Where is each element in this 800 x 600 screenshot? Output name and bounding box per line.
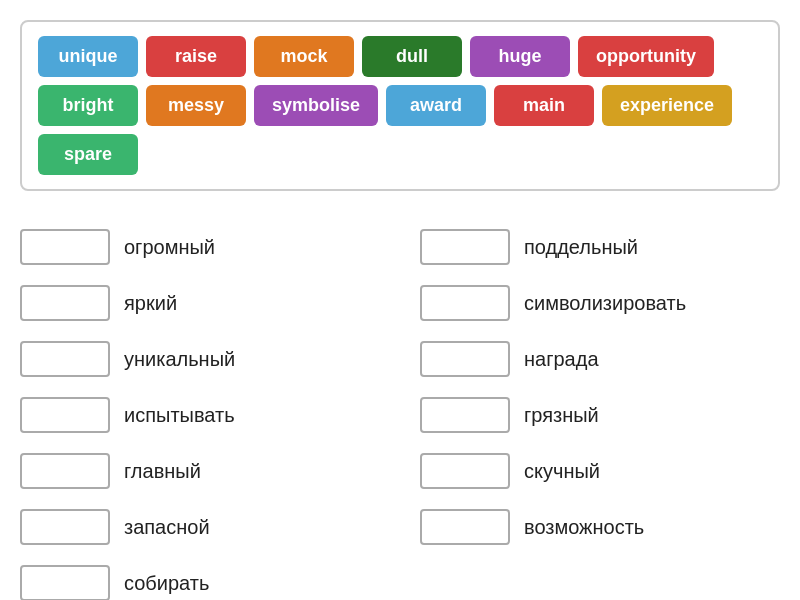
word-tile[interactable]: messy <box>146 85 246 126</box>
answer-box[interactable] <box>20 229 110 265</box>
match-item-left: испытывать <box>20 387 380 443</box>
answer-box[interactable] <box>20 397 110 433</box>
match-item-right: символизировать <box>420 275 780 331</box>
word-bank: uniqueraisemockdullhugeopportunitybright… <box>20 20 780 191</box>
word-tile[interactable]: bright <box>38 85 138 126</box>
word-tile[interactable]: raise <box>146 36 246 77</box>
answer-box[interactable] <box>20 509 110 545</box>
match-label: главный <box>124 460 201 483</box>
answer-box[interactable] <box>420 229 510 265</box>
word-tile[interactable]: dull <box>362 36 462 77</box>
match-label: собирать <box>124 572 209 595</box>
word-tile[interactable]: spare <box>38 134 138 175</box>
match-label: грязный <box>524 404 599 427</box>
answer-box[interactable] <box>420 285 510 321</box>
match-item-right: грязный <box>420 387 780 443</box>
match-item-right: скучный <box>420 443 780 499</box>
answer-box[interactable] <box>420 453 510 489</box>
match-label: испытывать <box>124 404 235 427</box>
match-label: символизировать <box>524 292 686 315</box>
match-item-left: уникальный <box>20 331 380 387</box>
answer-box[interactable] <box>20 565 110 600</box>
match-label: скучный <box>524 460 600 483</box>
match-item-left: огромный <box>20 219 380 275</box>
match-label: огромный <box>124 236 215 259</box>
answer-box[interactable] <box>420 341 510 377</box>
answer-box[interactable] <box>420 509 510 545</box>
match-label: яркий <box>124 292 177 315</box>
match-item-right: возможность <box>420 499 780 555</box>
match-item-left: запасной <box>20 499 380 555</box>
match-label: награда <box>524 348 599 371</box>
match-item-left: главный <box>20 443 380 499</box>
word-tile[interactable]: experience <box>602 85 732 126</box>
answer-box[interactable] <box>20 285 110 321</box>
answer-box[interactable] <box>20 453 110 489</box>
word-tile[interactable]: huge <box>470 36 570 77</box>
word-tile[interactable]: unique <box>38 36 138 77</box>
match-label: возможность <box>524 516 644 539</box>
match-item-right: награда <box>420 331 780 387</box>
match-label: уникальный <box>124 348 235 371</box>
match-item-left: яркий <box>20 275 380 331</box>
word-tile[interactable]: main <box>494 85 594 126</box>
match-label: поддельный <box>524 236 638 259</box>
answer-box[interactable] <box>420 397 510 433</box>
word-tile[interactable]: opportunity <box>578 36 714 77</box>
match-label: запасной <box>124 516 210 539</box>
match-area: огромный яркий уникальный испытывать гла… <box>20 219 780 600</box>
match-item-left: собирать <box>20 555 380 600</box>
word-tile[interactable]: mock <box>254 36 354 77</box>
match-item-right: поддельный <box>420 219 780 275</box>
word-tile[interactable]: award <box>386 85 486 126</box>
answer-box[interactable] <box>20 341 110 377</box>
word-tile[interactable]: symbolise <box>254 85 378 126</box>
